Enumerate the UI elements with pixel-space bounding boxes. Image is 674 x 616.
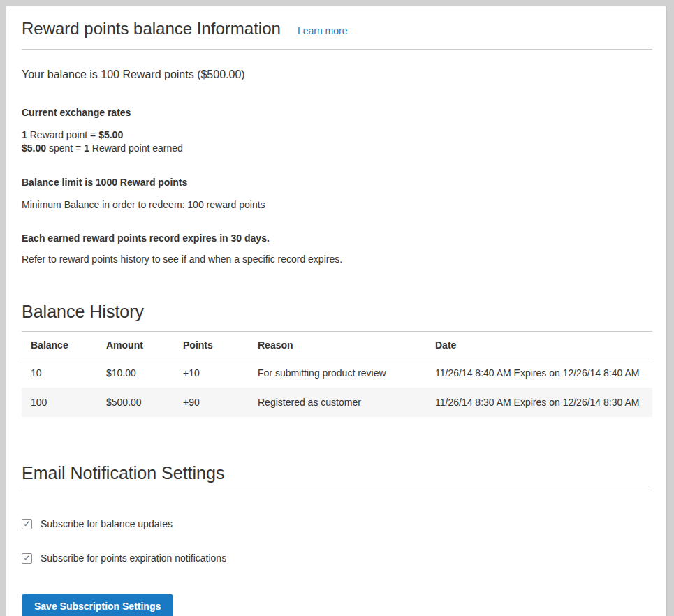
expiration-note-text: Refer to reward points history to see if… [22,254,652,265]
exchange-rate-line-spend-earn: $5.00 spent = 1 Reward point earned [22,142,652,155]
points-expiration-label: Subscribe for points expiration notifica… [41,552,226,564]
column-header-points: Points [174,332,249,358]
page-title: Reward points balance Information [22,19,281,38]
minimum-balance-text: Minimum Balance in order to redeem: 100 … [22,199,652,210]
cell-points: +90 [174,388,249,417]
page-header: Reward points balance Information Learn … [22,19,652,50]
cell-reason: For submitting product review [249,358,426,388]
balance-summary: Your balance is 100 Reward points ($500.… [22,68,652,82]
column-header-date: Date [426,332,652,358]
checkmark-icon: ✓ [23,554,30,562]
checkmark-icon: ✓ [23,520,30,528]
column-header-reason: Reason [249,332,426,358]
balance-updates-checkbox[interactable]: ✓ [22,519,32,529]
table-header-row: Balance Amount Points Reason Date [22,332,652,358]
table-row: 100 $500.00 +90 Registered as customer 1… [22,388,652,417]
exchange-rate-lines: 1 Reward point = $5.00 $5.00 spent = 1 R… [22,129,652,155]
cell-date: 11/26/14 8:40 AM Expires on 12/26/14 8:4… [426,358,652,388]
balance-limit-text: Balance limit is 1000 Reward points [22,177,652,188]
expiration-rule-text: Each earned reward points record expires… [22,233,652,244]
cell-amount: $500.00 [97,388,174,417]
cell-date: 11/26/14 8:30 AM Expires on 12/26/14 8:3… [426,388,652,417]
exchange-rates-heading: Current exchange rates [22,107,652,118]
email-notification-heading: Email Notification Settings [22,463,652,483]
reward-points-card: Reward points balance Information Learn … [6,6,667,616]
table-row: 10 $10.00 +10 For submitting product rev… [22,358,652,388]
column-header-balance: Balance [22,332,97,358]
cell-amount: $10.00 [97,358,174,388]
cell-points: +10 [174,358,249,388]
exchange-rate-line-earn-value: 1 Reward point = $5.00 [22,129,652,142]
balance-updates-option: ✓ Subscribe for balance updates [22,518,652,529]
balance-history-heading: Balance History [22,302,652,322]
cell-balance: 100 [22,388,97,417]
column-header-amount: Amount [97,332,174,358]
balance-updates-label: Subscribe for balance updates [41,518,173,529]
save-subscription-settings-button[interactable]: Save Subscription Settings [22,594,173,616]
learn-more-link[interactable]: Learn more [298,25,348,36]
cell-reason: Registered as customer [249,388,426,417]
cell-balance: 10 [22,358,97,388]
points-expiration-option: ✓ Subscribe for points expiration notifi… [22,552,652,564]
balance-history-table: Balance Amount Points Reason Date 10 $10… [22,331,652,417]
email-notification-header: Email Notification Settings [22,463,652,490]
points-expiration-checkbox[interactable]: ✓ [22,553,32,564]
